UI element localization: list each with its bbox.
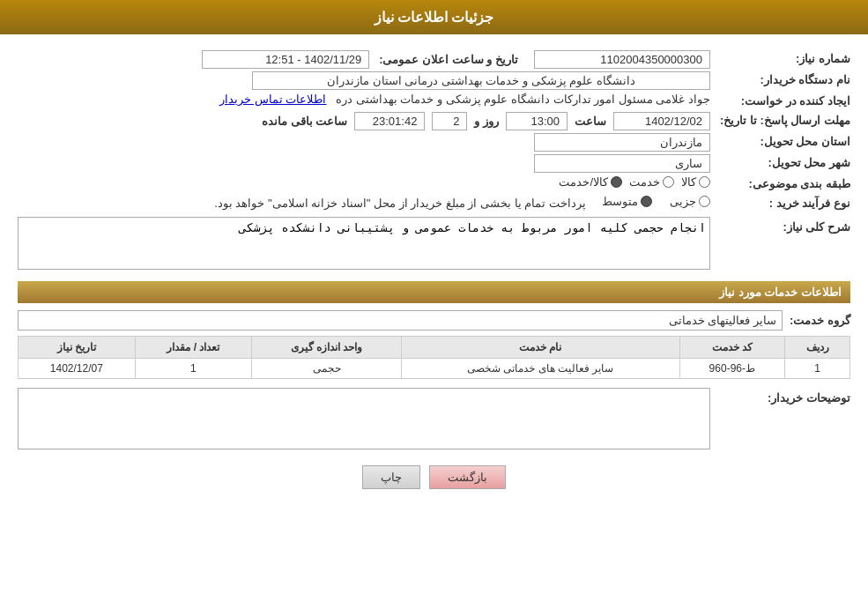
general-desc-textarea[interactable]: انجام حجمی کلیه امور مربوط به خدمات عموم… <box>18 217 710 270</box>
contact-link[interactable]: اطلاعات تماس خریدار <box>219 93 326 106</box>
buyer-org-box: دانشگاه علوم پزشکی و خدمات بهداشتی درمان… <box>252 71 710 90</box>
table-header-row: ردیف کد خدمت نام خدمت واحد اندازه گیری ت… <box>19 337 850 359</box>
radio-kala-khedmat-label: کالا/خدمت <box>559 175 608 189</box>
deadline-time: 13:00 <box>506 112 568 130</box>
content-area: شماره نیاز: 1102004350000300 تاریخ و ساع… <box>0 34 868 507</box>
th-name: نام خدمت <box>402 337 680 359</box>
radio-jozii-circle <box>699 196 710 207</box>
cell-row: 1 <box>785 359 850 379</box>
need-number-label: شماره نیاز: <box>714 50 850 67</box>
row-province: استان محل تحویل: مازندران <box>18 133 850 152</box>
purchase-type-label: نوع فرآیند خرید : <box>714 195 850 212</box>
cell-date: 1402/12/07 <box>19 359 136 379</box>
service-group-row: گروه خدمت: سایر فعالیتهای خدماتی <box>18 310 850 330</box>
category-value: کالا خدمت کالا/خدمت <box>18 175 710 190</box>
radio-kala-label: کالا <box>681 175 696 189</box>
radio-motavasset-circle <box>641 196 652 207</box>
radio-khedmat-circle <box>663 176 674 188</box>
th-code: کد خدمت <box>679 337 784 359</box>
cell-code: ط-96-960 <box>679 359 784 379</box>
purchase-option-motavasset: متوسط <box>602 195 652 208</box>
purchase-type-value: جزیی متوسط پرداخت تمام یا بخشی از مبلغ خ… <box>18 195 710 210</box>
deadline-remaining-label: ساعت باقی مانده <box>262 115 347 128</box>
radio-motavasset-label: متوسط <box>602 195 638 208</box>
general-desc-value: انجام حجمی کلیه امور مربوط به خدمات عموم… <box>18 217 710 272</box>
row-buyer-org: نام دستگاه خریدار: دانشگاه علوم پزشکی و … <box>18 71 850 90</box>
buyer-org-label: نام دستگاه خریدار: <box>714 71 850 88</box>
general-desc-label: شرح کلی نیاز: <box>714 217 850 235</box>
row-purchase-type: نوع فرآیند خرید : جزیی متوسط پرداخت تمام… <box>18 195 850 212</box>
row-creator: ایجاد کننده در خواست: جواد غلامی مسئول ا… <box>18 93 850 109</box>
back-button[interactable]: بازگشت <box>429 465 506 489</box>
creator-text: جواد غلامی مسئول امور تدارکات دانشگاه عل… <box>336 93 710 106</box>
city-label: شهر محل تحویل: <box>714 154 850 171</box>
th-date: تاریخ نیاز <box>19 337 136 359</box>
province-label: استان محل تحویل: <box>714 133 850 150</box>
services-table: ردیف کد خدمت نام خدمت واحد اندازه گیری ت… <box>18 336 850 379</box>
cell-name: سایر فعالیت های خدماتی شخصی <box>402 359 680 379</box>
deadline-days: 2 <box>432 112 467 130</box>
row-category: طبقه بندی موضوعی: کالا خدمت کالا/خدمت <box>18 175 850 192</box>
cell-quantity: 1 <box>135 359 252 379</box>
row-deadline: مهلت ارسال پاسخ: تا تاریخ: 1402/12/02 سا… <box>18 112 850 130</box>
creator-label: ایجاد کننده در خواست: <box>714 93 850 109</box>
buyer-org-value: دانشگاه علوم پزشکی و خدمات بهداشتی درمان… <box>18 71 710 90</box>
th-quantity: تعداد / مقدار <box>135 337 252 359</box>
category-label: طبقه بندی موضوعی: <box>714 175 850 192</box>
service-group-label: گروه خدمت: <box>790 314 850 327</box>
purchase-radio-group: جزیی متوسط <box>602 195 710 208</box>
deadline-label: مهلت ارسال پاسخ: تا تاریخ: <box>714 112 850 129</box>
service-group-value: سایر فعالیتهای خدماتی <box>18 310 783 330</box>
need-number-box: 1102004350000300 <box>534 50 710 69</box>
province-box: مازندران <box>534 133 710 152</box>
buyer-notes-label: توضیحات خریدار: <box>714 388 850 406</box>
deadline-value: 1402/12/02 ساعت 13:00 روز و 2 23:01:42 س… <box>18 112 710 130</box>
page-title: جزئیات اطلاعات نیاز <box>375 10 494 25</box>
announcement-label: تاریخ و ساعت اعلان عمومی: <box>379 53 518 66</box>
radio-khedmat-label: خدمت <box>629 175 660 189</box>
table-row: 1 ط-96-960 سایر فعالیت های خدماتی شخصی ح… <box>19 359 850 379</box>
creator-value: جواد غلامی مسئول امور تدارکات دانشگاه عل… <box>18 93 710 106</box>
category-option-kala: کالا <box>681 175 710 189</box>
services-section: ردیف کد خدمت نام خدمت واحد اندازه گیری ت… <box>18 336 850 379</box>
page-container: جزئیات اطلاعات نیاز شماره نیاز: 11020043… <box>0 0 868 609</box>
need-number-value: 1102004350000300 تاریخ و ساعت اعلان عموم… <box>18 50 710 69</box>
row-buyer-notes: توضیحات خریدار: <box>18 388 850 452</box>
province-value: مازندران <box>18 133 710 152</box>
buttons-row: بازگشت چاپ <box>18 465 850 489</box>
category-option-kala-khedmat: کالا/خدمت <box>559 175 622 189</box>
deadline-time-label: ساعت <box>575 115 606 128</box>
radio-kala-khedmat-circle <box>611 176 622 188</box>
row-need-announcement: شماره نیاز: 1102004350000300 تاریخ و ساع… <box>18 50 850 69</box>
services-section-title: اطلاعات خدمات مورد نیاز <box>719 286 842 299</box>
deadline-inline: 1402/12/02 ساعت 13:00 روز و 2 23:01:42 س… <box>18 112 710 130</box>
purchase-type-description: پرداخت تمام یا بخشی از مبلغ خریدار از مح… <box>214 197 586 210</box>
purchase-option-jozii: جزیی <box>670 195 710 208</box>
radio-kala-circle <box>699 176 710 188</box>
page-header: جزئیات اطلاعات نیاز <box>0 0 868 34</box>
category-radio-group: کالا خدمت کالا/خدمت <box>559 175 710 189</box>
city-value: ساری <box>18 154 710 173</box>
radio-jozii-label: جزیی <box>670 195 696 208</box>
buyer-notes-value <box>18 388 710 452</box>
category-option-khedmat: خدمت <box>629 175 674 189</box>
buyer-notes-textarea[interactable] <box>18 388 710 449</box>
announcement-value: 1402/11/29 - 12:51 <box>202 50 369 69</box>
th-unit: واحد اندازه گیری <box>252 337 402 359</box>
city-box: ساری <box>534 154 710 173</box>
print-button[interactable]: چاپ <box>362 465 420 489</box>
row-general-desc: شرح کلی نیاز: انجام حجمی کلیه امور مربوط… <box>18 217 850 272</box>
cell-unit: حجمی <box>252 359 402 379</box>
deadline-date: 1402/12/02 <box>613 112 710 130</box>
th-row: ردیف <box>785 337 850 359</box>
row-city: شهر محل تحویل: ساری <box>18 154 850 173</box>
deadline-remaining: 23:01:42 <box>354 112 425 130</box>
deadline-day-label: روز و <box>474 115 499 128</box>
services-section-header: اطلاعات خدمات مورد نیاز <box>18 281 850 303</box>
